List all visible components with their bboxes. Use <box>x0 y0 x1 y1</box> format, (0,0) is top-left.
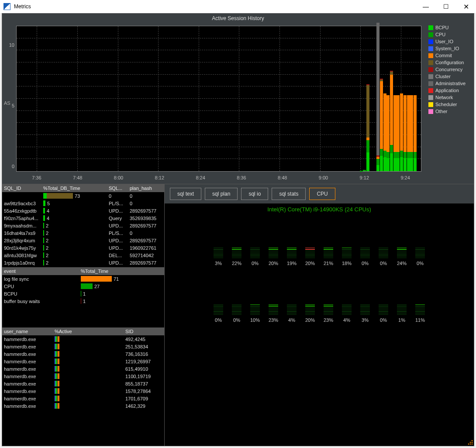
event-table: event %Total_Time log file sync71CPU27BC… <box>2 267 164 327</box>
y-axis: AS 0510 <box>2 22 16 184</box>
chart-bar[interactable] <box>404 66 407 171</box>
chart-bar[interactable] <box>386 66 390 171</box>
chart-bar[interactable] <box>363 157 366 171</box>
legend-item[interactable]: Scheduler <box>428 102 472 107</box>
legend-item[interactable]: Concurrency <box>428 67 472 72</box>
window-title: Metrics <box>14 3 31 10</box>
cpu-core-label: 24% <box>397 261 407 266</box>
y-axis-label: AS <box>4 100 10 106</box>
col-user[interactable]: user_name <box>2 329 53 334</box>
table-row[interactable]: 1rpdpjs1a0nrq2UPD...2892697577 <box>2 259 164 266</box>
cpu-core: 0% <box>377 248 390 266</box>
legend-item[interactable]: Commit <box>428 53 472 58</box>
legend-item[interactable]: CPU <box>428 32 472 37</box>
legend-swatch-icon <box>428 102 433 107</box>
legend-item[interactable]: User_IO <box>428 39 472 44</box>
legend-item[interactable]: Configuration <box>428 60 472 65</box>
chart-bar[interactable] <box>400 65 403 171</box>
chart-bar[interactable] <box>410 66 413 171</box>
legend-label: Commit <box>435 53 452 58</box>
legend-item[interactable]: Other <box>428 109 472 114</box>
table-row[interactable]: hammerdb.exe736,16316 <box>2 350 164 358</box>
legend-item[interactable]: BCPU <box>428 25 472 30</box>
chart-bar[interactable] <box>390 50 393 171</box>
table-row[interactable]: log file sync71 <box>2 275 164 283</box>
col-pct[interactable]: %Total_DB_Time <box>41 186 107 191</box>
cpu-core-label: 18% <box>342 261 352 266</box>
table-row[interactable]: f90zn75aphu4...4Query3526939835 <box>2 214 164 222</box>
tab-sql-stats[interactable]: sql stats <box>272 188 306 200</box>
legend-swatch-icon <box>428 60 433 65</box>
table-row[interactable]: 90rd1k4wjs75y2UPD...1960922761 <box>2 244 164 252</box>
cpu-core: 3% <box>359 304 371 323</box>
table-row[interactable]: hammerdb.exe1462,329 <box>2 402 164 410</box>
cpu-grid: 3%22%0%20%19%20%21%18%0%0%24%0%0%0%10%23… <box>165 221 474 361</box>
col-sqlt[interactable]: SQL... <box>107 186 128 191</box>
cpu-core-label: 21% <box>324 261 333 266</box>
legend-item[interactable]: Application <box>428 88 472 93</box>
cpu-title: Intel(R) Core(TM) i9-14900KS (24 CPUs) <box>165 203 474 221</box>
x-tick: 9:00 <box>319 175 328 180</box>
bottom-panels: SQL_ID %Total_DB_Time SQL... plan_hash 7… <box>2 184 474 446</box>
left-panels: SQL_ID %Total_DB_Time SQL... plan_hash 7… <box>2 184 165 446</box>
legend-label: Scheduler <box>435 102 457 107</box>
table-row[interactable]: 16dhat4ta7xs92PL/S...0 <box>2 229 164 237</box>
col-pct-time[interactable]: %Total_Time <box>79 269 162 274</box>
col-event[interactable]: event <box>2 269 79 274</box>
chart-bar[interactable] <box>380 55 383 171</box>
col-sqlid[interactable]: SQL_ID <box>2 186 41 191</box>
table-row[interactable]: hammerdb.exe615,49910 <box>2 365 164 372</box>
maximize-button[interactable]: ☐ <box>436 0 456 13</box>
table-row[interactable]: hammerdb.exe1578,27864 <box>2 387 164 395</box>
table-row[interactable]: hammerdb.exe492,4245 <box>2 335 164 343</box>
table-row[interactable]: hammerdb.exe1701,6709 <box>2 395 164 402</box>
legend-label: System_IO <box>435 46 459 51</box>
table-row[interactable]: 28xj3j8qr4xum2UPD...2892697577 <box>2 237 164 244</box>
cpu-core: 0% <box>414 248 426 266</box>
chart-bar[interactable] <box>397 66 400 171</box>
table-row[interactable]: hammerdb.exe855,18737 <box>2 380 164 387</box>
tab-sql-plan[interactable]: sql plan <box>205 188 238 200</box>
tab-sql-io[interactable]: sql io <box>241 188 268 200</box>
col-plan[interactable]: plan_hash <box>128 186 163 191</box>
table-row[interactable]: 55a46zxkgpdtb4UPD...2892697577 <box>2 207 164 214</box>
table-row[interactable]: hammerdb.exe1219,26997 <box>2 358 164 365</box>
close-button[interactable]: ✕ <box>456 0 476 13</box>
table-row[interactable]: buffer busy waits1 <box>2 297 164 305</box>
sql-table: SQL_ID %Total_DB_Time SQL... plan_hash 7… <box>2 184 164 266</box>
col-active[interactable]: %Active <box>53 329 124 334</box>
y-tick: 5 <box>12 103 14 108</box>
chart-bar[interactable] <box>407 66 410 171</box>
table-row[interactable]: 7300 <box>2 192 164 200</box>
minimize-button[interactable]: — <box>416 0 436 13</box>
chart-bar[interactable] <box>360 163 363 171</box>
table-row[interactable]: 9myxaahsdm...2UPD...2892697577 <box>2 222 164 229</box>
cpu-core-label: 20% <box>305 261 315 266</box>
cpu-core: 1% <box>396 304 408 323</box>
col-sid[interactable]: SID <box>124 329 163 334</box>
legend-item[interactable]: System_IO <box>428 46 472 51</box>
table-row[interactable]: hammerdb.exe251,53834 <box>2 343 164 350</box>
legend-item[interactable]: Network <box>428 95 472 100</box>
cpu-core: 0% <box>231 304 243 323</box>
svg-point-1 <box>470 442 471 443</box>
cpu-core: 22% <box>231 248 243 266</box>
cpu-core: 4% <box>341 304 353 323</box>
cpu-core: 0% <box>212 304 224 323</box>
table-row[interactable]: a8ntu3081hfgw2DEL...592714042 <box>2 252 164 259</box>
table-row[interactable]: CPU27 <box>2 283 164 290</box>
legend-item[interactable]: Administrative <box>428 81 472 86</box>
legend-item[interactable]: Cluster <box>428 74 472 79</box>
chart-plot[interactable] <box>16 26 421 172</box>
table-row[interactable]: aw9ttz9acxbc35PL/S...0 <box>2 200 164 207</box>
table-row[interactable]: hammerdb.exe1100,19719 <box>2 372 164 380</box>
chart-bar[interactable] <box>376 23 379 171</box>
chart-bar[interactable] <box>414 66 417 171</box>
resize-grip-icon[interactable] <box>467 439 473 445</box>
table-row[interactable]: BCPU1 <box>2 290 164 297</box>
tab-sql-text[interactable]: sql text <box>170 188 201 200</box>
chart-bar[interactable] <box>393 66 397 171</box>
tab-CPU[interactable]: CPU <box>309 188 335 200</box>
chart-bar[interactable] <box>366 59 369 171</box>
chart-bar[interactable] <box>383 65 386 171</box>
